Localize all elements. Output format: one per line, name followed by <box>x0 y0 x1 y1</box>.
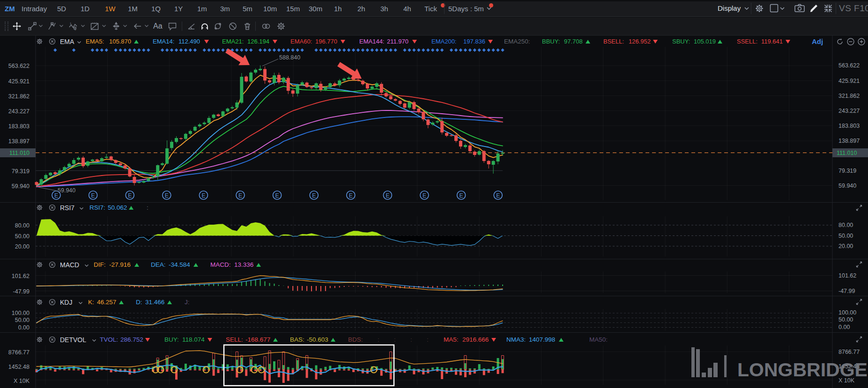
svg-text:E: E <box>460 192 463 199</box>
svg-text:E: E <box>275 192 279 199</box>
svg-text:E: E <box>128 192 132 199</box>
svg-text:E: E <box>91 192 95 199</box>
svg-text:E: E <box>423 192 426 199</box>
svg-text:E: E <box>312 192 316 199</box>
svg-text:E: E <box>386 192 389 199</box>
svg-text:E: E <box>349 192 353 199</box>
svg-text:E: E <box>496 192 500 199</box>
svg-text:E: E <box>238 192 242 199</box>
svg-text:E: E <box>165 192 169 199</box>
svg-text:E: E <box>201 192 205 199</box>
